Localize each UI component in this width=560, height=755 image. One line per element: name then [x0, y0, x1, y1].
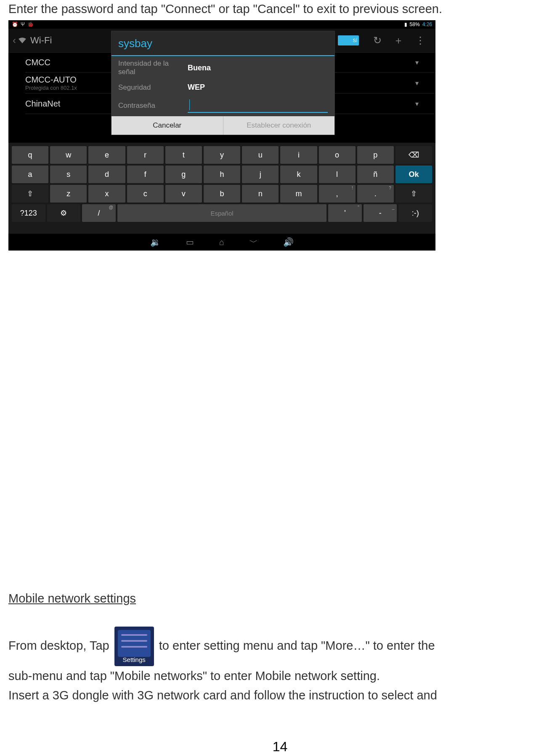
- cancel-button[interactable]: Cancelar: [111, 116, 223, 135]
- back-icon[interactable]: ‹: [13, 35, 16, 46]
- dialog-title: sysbay: [111, 31, 334, 56]
- key-comma[interactable]: ! ,: [319, 185, 356, 203]
- battery-icon: ▮: [404, 21, 407, 27]
- soft-keyboard: q w e r t y u i o p ⌫ a s d f g h j k: [8, 143, 435, 234]
- page-number: 14: [8, 739, 552, 755]
- wifi-signal-icon: ▾: [415, 59, 419, 67]
- key-smiley[interactable]: :-): [398, 204, 432, 222]
- key-k[interactable]: k: [280, 165, 317, 183]
- key-ok[interactable]: Ok: [395, 165, 432, 183]
- password-label: Contraseña: [118, 101, 188, 110]
- dialog-signal-row: Intensidad de la señal Buena: [111, 56, 334, 80]
- refresh-icon[interactable]: ↻: [373, 35, 382, 46]
- key-apostrophe[interactable]: " ': [328, 204, 362, 222]
- android-screenshot: ⏰ Ψ 🐞 ▮ 58% 4:26 ‹ Wi-Fi SÍ ↻ ＋ ⋮: [8, 20, 435, 251]
- key-slash[interactable]: @ /: [82, 204, 116, 222]
- settings-icon-label: Settings: [114, 655, 154, 665]
- wifi-connect-dialog: sysbay Intensidad de la señal Buena Segu…: [111, 31, 335, 135]
- nav-volume-down-icon[interactable]: 🔉: [150, 237, 161, 247]
- body-text-1a: From desktop, Tap: [8, 639, 109, 652]
- security-value: WEP: [188, 83, 205, 92]
- key-x[interactable]: x: [88, 185, 125, 203]
- key-u[interactable]: u: [242, 146, 279, 164]
- section-heading: Mobile network settings: [8, 592, 552, 606]
- key-p[interactable]: p: [357, 146, 394, 164]
- signal-strength-label: Intensidad de la señal: [118, 59, 188, 76]
- key-g[interactable]: g: [165, 165, 202, 183]
- key-q[interactable]: q: [12, 146, 48, 164]
- dialog-password-row: Contraseña: [111, 95, 334, 116]
- wifi-item-subtitle: Protegida con 802.1x: [25, 85, 77, 91]
- wifi-toggle[interactable]: SÍ: [338, 35, 359, 45]
- battery-percent: 58%: [410, 21, 420, 27]
- wifi-signal-icon: ▾: [415, 100, 419, 108]
- key-e[interactable]: e: [88, 146, 125, 164]
- wifi-item-name: ChinaNet: [25, 99, 60, 108]
- key-period-sup: ?: [389, 186, 391, 190]
- key-space[interactable]: Español: [117, 204, 326, 222]
- key-dash[interactable]: _ -: [364, 204, 397, 222]
- body-text-1b: to enter setting menu and tap "More…" to…: [159, 639, 435, 652]
- nav-back-icon[interactable]: ﹀: [249, 237, 258, 248]
- key-j[interactable]: j: [242, 165, 279, 183]
- intro-paragraph: Enter the password and tap "Connect" or …: [8, 2, 552, 16]
- status-bar: ⏰ Ψ 🐞 ▮ 58% 4:26: [8, 20, 435, 29]
- key-i[interactable]: i: [280, 146, 317, 164]
- nav-home-icon[interactable]: ⌂: [219, 237, 224, 247]
- android-nav-bar: 🔉 ▭ ⌂ ﹀ 🔊: [8, 234, 435, 251]
- key-shift-right[interactable]: ⇧: [395, 185, 432, 203]
- signal-strength-value: Buena: [188, 64, 211, 72]
- body-paragraph-1: From desktop, Tap Settings to enter sett…: [8, 627, 552, 666]
- wifi-item-name: CMCC-AUTO: [25, 75, 77, 84]
- key-f[interactable]: f: [127, 165, 164, 183]
- key-l[interactable]: l: [319, 165, 356, 183]
- key-period[interactable]: ? .: [357, 185, 394, 203]
- key-z[interactable]: z: [50, 185, 87, 203]
- status-usb-icon: Ψ: [21, 21, 25, 27]
- key-d[interactable]: d: [88, 165, 125, 183]
- dialog-buttons: Cancelar Establecer conexión: [111, 116, 334, 135]
- key-t[interactable]: t: [165, 146, 202, 164]
- key-h[interactable]: h: [204, 165, 240, 183]
- add-network-icon[interactable]: ＋: [393, 34, 403, 47]
- key-backspace[interactable]: ⌫: [395, 146, 432, 164]
- settings-app-icon: Settings: [114, 627, 154, 666]
- wifi-icon: [19, 35, 26, 46]
- key-language-icon[interactable]: ⚙: [47, 204, 81, 222]
- status-time: 4:26: [422, 21, 432, 27]
- password-input[interactable]: [188, 99, 328, 113]
- key-enye[interactable]: ñ: [357, 165, 394, 183]
- key-v[interactable]: v: [165, 185, 202, 203]
- nav-recents-icon[interactable]: ▭: [186, 237, 194, 247]
- security-label: Seguridad: [118, 83, 188, 92]
- status-debug-icon: 🐞: [27, 21, 34, 27]
- key-slash-sup: @: [109, 205, 113, 210]
- overflow-menu-icon[interactable]: ⋮: [415, 35, 425, 46]
- key-m[interactable]: m: [280, 185, 317, 203]
- key-shift-left[interactable]: ⇧: [12, 185, 48, 203]
- wifi-signal-lock-icon: ▾: [415, 79, 419, 87]
- body-paragraph-3: Insert a 3G dongle with 3G network card …: [8, 686, 552, 705]
- key-a[interactable]: a: [12, 165, 48, 183]
- key-numeric[interactable]: ?123: [12, 204, 45, 222]
- key-comma-sup: !: [352, 186, 353, 190]
- connect-button[interactable]: Establecer conexión: [223, 116, 335, 135]
- key-o[interactable]: o: [319, 146, 356, 164]
- body-paragraph-2: sub-menu and tap "Mobile networks" to en…: [8, 666, 552, 686]
- status-clock-icon: ⏰: [12, 21, 18, 27]
- key-apos-sup: ": [358, 205, 359, 210]
- key-r[interactable]: r: [127, 146, 164, 164]
- key-b[interactable]: b: [204, 185, 240, 203]
- key-w[interactable]: w: [50, 146, 87, 164]
- key-dash-sup: _: [392, 205, 395, 210]
- key-s[interactable]: s: [50, 165, 87, 183]
- key-c[interactable]: c: [127, 185, 164, 203]
- wifi-item-name: CMCC: [25, 58, 50, 67]
- key-n[interactable]: n: [242, 185, 279, 203]
- text-cursor: [189, 99, 190, 110]
- dialog-security-row: Seguridad WEP: [111, 80, 334, 95]
- nav-volume-up-icon[interactable]: 🔊: [283, 237, 294, 247]
- key-y[interactable]: y: [204, 146, 240, 164]
